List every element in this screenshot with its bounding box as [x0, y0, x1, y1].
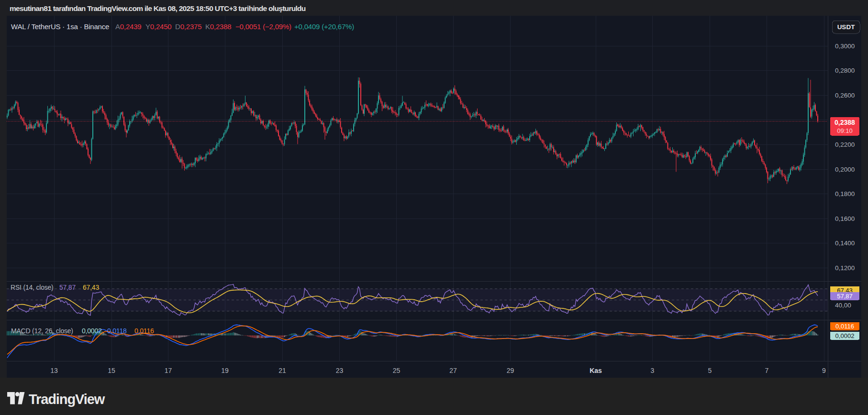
svg-text:21: 21: [278, 367, 286, 374]
svg-text:3: 3: [651, 367, 655, 374]
svg-text:09:10: 09:10: [837, 127, 853, 134]
svg-text:40,00: 40,00: [835, 302, 851, 309]
svg-text:27: 27: [449, 367, 457, 374]
svg-text:0,2600: 0,2600: [835, 92, 855, 99]
svg-text:57,87: 57,87: [837, 293, 853, 300]
svg-text:0,1600: 0,1600: [835, 215, 855, 222]
svg-text:7: 7: [765, 367, 769, 374]
svg-text:13: 13: [50, 367, 58, 374]
svg-text:0,1400: 0,1400: [835, 240, 855, 247]
svg-text:17: 17: [165, 367, 172, 374]
svg-text:0,1200: 0,1200: [835, 264, 855, 272]
svg-text:29: 29: [507, 367, 514, 374]
svg-text:0,1800: 0,1800: [835, 190, 855, 197]
svg-text:23: 23: [336, 367, 344, 374]
svg-text:15: 15: [108, 367, 115, 374]
svg-text:0,2000: 0,2000: [835, 166, 855, 173]
svg-text:19: 19: [221, 367, 229, 374]
svg-text:0,3000: 0,3000: [835, 43, 855, 50]
svg-text:0,2388: 0,2388: [835, 119, 855, 126]
svg-text:9: 9: [822, 367, 826, 374]
svg-text:Kas: Kas: [590, 367, 602, 374]
svg-text:TradingView: TradingView: [29, 392, 105, 407]
svg-text:0,2800: 0,2800: [835, 67, 855, 74]
svg-text:25: 25: [393, 367, 401, 374]
svg-text:0,2200: 0,2200: [835, 141, 855, 148]
svg-text:5: 5: [708, 367, 712, 374]
